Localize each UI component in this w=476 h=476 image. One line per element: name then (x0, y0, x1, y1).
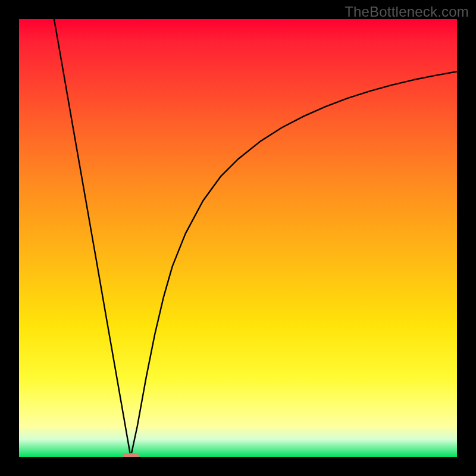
bottleneck-chart: TheBottleneck.com (0, 0, 476, 476)
curve-layer (19, 19, 457, 457)
data-curve (54, 19, 457, 457)
plot-area (19, 19, 457, 457)
optimum-marker (123, 453, 139, 458)
watermark-text: TheBottleneck.com (345, 4, 469, 20)
